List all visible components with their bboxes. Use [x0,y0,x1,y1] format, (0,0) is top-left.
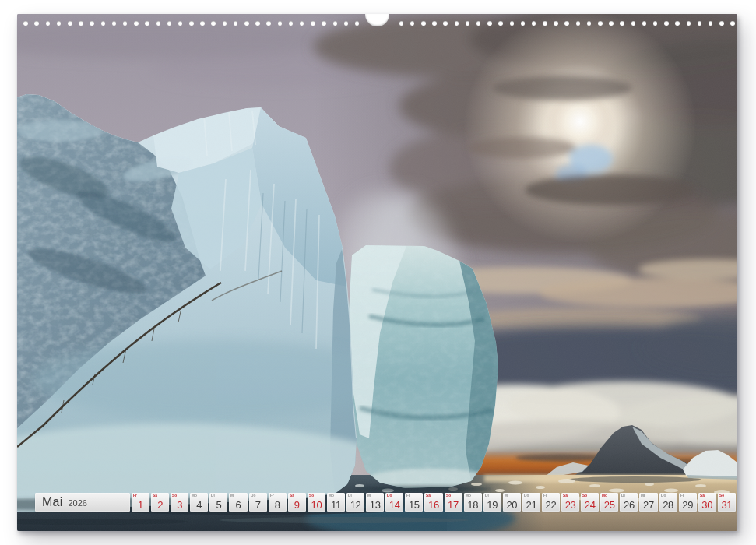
binding-hole [244,21,249,26]
day-cell: Do28 [659,493,677,512]
weekday-label: Di [348,494,352,498]
weekday-label: Mi [230,494,234,498]
day-number: 19 [483,500,501,511]
weekday-label: Sa [700,494,705,498]
day-number: 30 [698,500,716,511]
weekday-label: So [309,494,314,498]
day-number: 13 [366,500,384,511]
binding-hole [278,21,283,26]
day-number: 26 [620,500,638,511]
iceberg-photo [17,14,737,531]
binding-hole [466,21,470,26]
weekday-label: Mi [505,494,508,498]
day-number: 5 [209,500,227,511]
calendar-strip: Mai 2026 Fr1Sa2So3Mo4Di5Mi6Do7Fr8Sa9So10… [35,493,736,512]
binding-hole [211,21,216,26]
day-number: 28 [659,500,677,511]
day-number: 29 [679,500,697,511]
binding-hole [587,21,592,26]
day-cell: Mo25 [600,493,618,512]
day-number: 23 [561,500,579,511]
binding-hole [300,21,304,26]
binding-hole [333,21,338,26]
month-label: Mai [42,493,62,511]
day-cell: Sa9 [288,493,306,512]
photo-grain [17,14,737,531]
binding-hole [421,21,426,26]
day-number: 4 [190,500,208,511]
day-cell: So10 [308,493,325,512]
weekday-label: Mi [641,494,645,498]
binding-hole [156,21,161,26]
day-number: 11 [327,500,345,511]
binding-hole [653,21,658,26]
binding-hole [399,21,404,26]
binding-hole [554,21,558,26]
weekday-label: Sa [426,494,431,498]
day-cell: Mi6 [229,493,247,512]
day-number: 12 [346,500,364,511]
day-cell: Mi27 [639,493,657,512]
day-cell: So3 [171,493,188,512]
binding-hole [112,21,117,26]
binding-hole [564,21,569,26]
weekday-label: Mo [329,494,334,498]
day-number: 16 [424,500,442,511]
day-number: 14 [385,500,403,511]
binding-hole [200,21,205,26]
binding-hole [57,21,62,26]
binding-hole [223,21,227,26]
weekday-label: Di [485,494,489,498]
weekday-label: Di [621,494,625,498]
binding-hole [543,21,547,26]
calendar-page: Mai 2026 Fr1Sa2So3Mo4Di5Mi6Do7Fr8Sa9So10… [17,14,737,531]
day-cell: Sa30 [698,493,716,512]
weekday-label: Fr [406,494,410,498]
day-number: 3 [171,500,188,511]
binding-hole [101,21,106,26]
binding-hole [455,21,459,26]
binding-hole [189,21,194,26]
binding-hole [675,21,680,26]
binding-hole [311,21,315,26]
day-cell: Sa23 [561,493,579,512]
binding-hole [255,21,260,26]
day-cell: Do7 [249,493,267,512]
day-number: 8 [269,500,287,511]
binding-hole [23,21,28,26]
weekday-label: Do [524,494,529,498]
binding-hole [498,21,503,26]
day-cell: Mo11 [327,493,345,512]
binding-hole [510,21,515,26]
binding-hole [145,21,149,26]
binding-hole [410,21,415,26]
binding-hole [664,21,669,26]
weekday-label: Sa [153,494,157,498]
day-number: 2 [151,500,169,511]
binding-hole [609,21,614,26]
day-cell: Do21 [522,493,540,512]
day-number: 27 [639,500,657,511]
weekday-label: So [719,494,724,498]
binding-hole [598,21,603,26]
binding-hole [34,21,39,26]
day-cell: Di5 [209,493,227,512]
binding-hole [719,21,724,26]
day-strip: Fr1Sa2So3Mo4Di5Mi6Do7Fr8Sa9So10Mo11Di12M… [132,493,736,512]
day-number: 10 [308,500,325,511]
binding-hole [698,21,702,26]
day-cell: Fr29 [679,493,697,512]
binding-hole [476,21,481,26]
binding-hole [178,21,183,26]
binding-hole [687,21,691,26]
day-cell: Mi20 [503,493,521,512]
day-cell: Fr15 [405,493,423,512]
day-number: 21 [522,500,540,511]
day-cell: So24 [581,493,599,512]
binding-hole [344,21,349,26]
day-number: 15 [405,500,423,511]
binding-hole [532,21,536,26]
weekday-label: Fr [543,494,547,498]
day-cell: Fr22 [542,493,560,512]
binding-hole [322,21,326,26]
